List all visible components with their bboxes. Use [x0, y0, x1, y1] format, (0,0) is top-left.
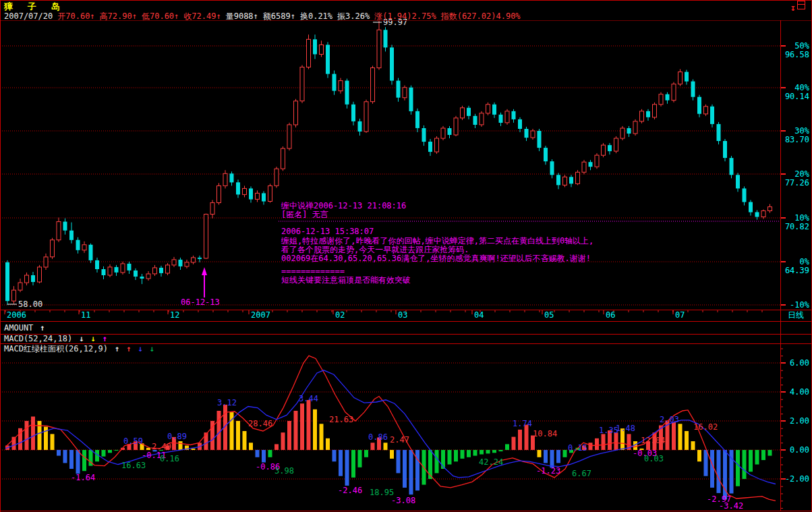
svg-text:90.14: 90.14 — [785, 92, 809, 101]
svg-text:21.63: 21.63 — [329, 415, 353, 424]
svg-text:30%: 30% — [794, 126, 809, 136]
svg-text:0.89: 0.89 — [167, 432, 187, 441]
svg-text:12.04: 12.04 — [641, 436, 665, 445]
svg-text:02: 02 — [335, 310, 345, 320]
svg-text:2.40: 2.40 — [152, 442, 171, 451]
svg-text:日线: 日线 — [788, 310, 804, 320]
svg-text:-2.00: -2.00 — [785, 474, 809, 484]
svg-text:3.12: 3.12 — [217, 398, 237, 407]
macd-label: MACD(52,24,18) — [4, 334, 72, 343]
svg-text:28.46: 28.46 — [248, 419, 272, 428]
svg-text:-1.64: -1.64 — [71, 473, 95, 482]
panel-macd-area-header[interactable]: MACD红绿柱面积(26,12,9)↑↑↓↓ — [0, 345, 154, 353]
left-border — [0, 0, 1, 512]
svg-text:1.48: 1.48 — [616, 424, 635, 433]
svg-text:10%: 10% — [794, 213, 809, 223]
svg-text:2006: 2006 — [7, 310, 26, 320]
svg-text:58.00: 58.00 — [18, 300, 42, 309]
svg-text:42.24: 42.24 — [479, 457, 503, 467]
svg-text:16.63: 16.63 — [121, 461, 146, 470]
quote-field: 额6589↑ — [263, 11, 295, 21]
svg-text:05: 05 — [544, 310, 554, 320]
svg-text:07: 07 — [675, 310, 685, 320]
svg-text:40%: 40% — [794, 83, 809, 92]
svg-text:3.98: 3.98 — [274, 466, 294, 476]
svg-text:10.84: 10.84 — [533, 429, 557, 438]
svg-text:2.03: 2.03 — [660, 415, 679, 424]
anchor-day-icon[interactable]: ↧ — [790, 1, 805, 13]
svg-text:20%: 20% — [794, 169, 809, 179]
axis-bottom-line — [0, 321, 812, 322]
svg-text:03: 03 — [398, 310, 407, 320]
svg-text:2007: 2007 — [251, 310, 270, 320]
svg-text:0.00: 0.00 — [790, 445, 809, 455]
svg-text:0.86: 0.86 — [368, 432, 388, 442]
svg-text:11: 11 — [81, 310, 90, 320]
svg-text:70.82: 70.82 — [785, 222, 809, 231]
quote-field: 低70.60↑ — [142, 11, 179, 21]
axis-divider — [780, 20, 781, 511]
top-info-bar: 獐 子 岛 2007/07/20开70.60↑高72.90↑低70.60↑收72… — [0, 0, 812, 20]
trend-arrow-icon: ↑ — [40, 323, 45, 333]
amount-separator — [0, 334, 812, 335]
axis-top-line — [0, 310, 812, 310]
svg-text:77.26: 77.26 — [785, 178, 809, 188]
quote-field: 收72.49↑ — [183, 11, 221, 21]
svg-text:50%: 50% — [794, 41, 809, 51]
amount-label: AMOUNT — [4, 323, 33, 333]
svg-text:04: 04 — [474, 310, 484, 320]
svg-text:0.16: 0.16 — [160, 454, 179, 463]
trend-arrow-icon: ↓ — [79, 334, 84, 343]
svg-text:-1.23: -1.23 — [536, 466, 560, 476]
svg-text:2.00: 2.00 — [790, 416, 809, 426]
svg-text:6.00: 6.00 — [790, 358, 809, 368]
quote-field: 涨(1.94)2.75% — [374, 11, 436, 21]
svg-text:0.03: 0.03 — [644, 454, 664, 463]
chart-canvas[interactable]: 50%96.5840%90.1430%83.7020%77.2610%70.82… — [0, 0, 812, 512]
svg-text:-2.46: -2.46 — [338, 486, 362, 495]
svg-text:16.02: 16.02 — [693, 422, 718, 432]
trend-arrow-icon: ↑ — [115, 344, 119, 353]
svg-text:-3.42: -3.42 — [719, 501, 743, 511]
header-separator — [0, 20, 812, 21]
quote-field: 振3.26% — [337, 11, 370, 21]
svg-text:83.70: 83.70 — [785, 135, 809, 144]
svg-text:4.00: 4.00 — [790, 387, 809, 397]
svg-text:12: 12 — [170, 310, 179, 320]
quote-field: 指数(627.02)4.90% — [441, 11, 521, 21]
svg-text:96.58: 96.58 — [785, 50, 809, 59]
svg-text:0.15: 0.15 — [568, 443, 587, 453]
svg-text:-3.08: -3.08 — [391, 496, 415, 505]
quote-field: 开70.60↑ — [57, 11, 94, 21]
macd-area-label: MACD红绿柱面积(26,12,9) — [4, 344, 108, 353]
top-border — [0, 0, 812, 1]
panel-macd-header[interactable]: MACD(52,24,18)↓↓↑ — [0, 335, 107, 343]
bottom-border — [0, 511, 812, 511]
stock-chart-window: 50%96.5840%90.1430%83.7020%77.2610%70.82… — [0, 0, 812, 512]
svg-text:18.95: 18.95 — [370, 488, 394, 497]
quote-date: 2007/07/20 — [4, 11, 53, 21]
quote-field: 量9088↑ — [226, 11, 258, 21]
trend-arrow-icon: ↓ — [150, 344, 154, 353]
svg-text:0.59: 0.59 — [123, 436, 143, 446]
svg-text:1.74: 1.74 — [513, 419, 532, 428]
svg-text:06: 06 — [606, 310, 615, 320]
trend-arrow-icon: ↓ — [138, 344, 142, 353]
svg-text:0%: 0% — [800, 257, 810, 266]
svg-text:3.44: 3.44 — [299, 394, 318, 403]
quote-field: 高72.90↑ — [100, 11, 137, 21]
trend-arrow-icon: ↑ — [103, 334, 107, 343]
svg-text:6.67: 6.67 — [572, 469, 591, 478]
trend-arrow-icon: ↑ — [126, 344, 131, 353]
svg-text:64.39: 64.39 — [785, 266, 809, 275]
panel-amount-header[interactable]: AMOUNT↑ — [0, 322, 45, 333]
svg-text:2.47: 2.47 — [390, 435, 409, 445]
svg-text:-10%: -10% — [790, 300, 810, 310]
quote-field: 换0.21% — [300, 11, 332, 21]
svg-text:06-12-13: 06-12-13 — [181, 297, 220, 307]
trend-arrow-icon: ↓ — [90, 334, 95, 343]
